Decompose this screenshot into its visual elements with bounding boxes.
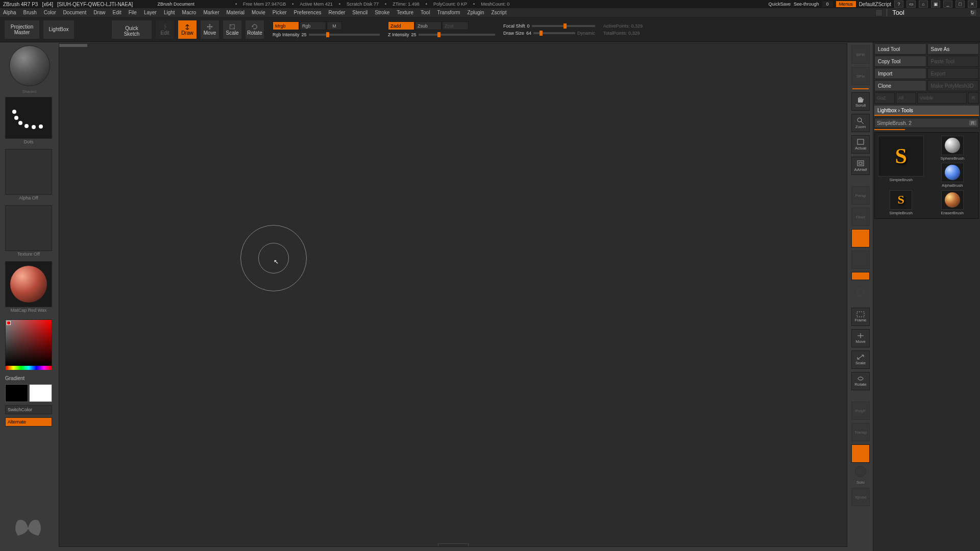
menu-edit[interactable]: Edit xyxy=(113,10,121,15)
bpr-button[interactable]: BPR xyxy=(851,45,870,64)
tool-eraserbrush[interactable]: EraserBrush xyxy=(929,190,976,216)
menu-material[interactable]: Material xyxy=(227,10,245,15)
tool-simplebrush-large[interactable]: S SimpleBrush xyxy=(878,136,924,188)
clone-button[interactable]: Clone xyxy=(874,80,926,91)
quick-sketch-button[interactable]: Quick Sketch xyxy=(111,20,152,39)
solo-button[interactable] xyxy=(855,466,866,477)
see-through-label[interactable]: See-through xyxy=(794,2,819,7)
draw-size-slider[interactable]: Draw Size 64 Dynamic xyxy=(503,31,595,36)
menu-alpha[interactable]: Alpha xyxy=(3,10,16,15)
paste-tool-button[interactable]: Paste Tool xyxy=(927,56,979,67)
menu-transform[interactable]: Transform xyxy=(437,10,460,15)
goz-button[interactable]: GoZ xyxy=(874,92,895,104)
aahalf-button[interactable]: AAHalf xyxy=(851,157,870,175)
export-button[interactable]: Export xyxy=(927,68,979,79)
primary-color-swatch[interactable] xyxy=(29,384,52,402)
mrgb-toggle[interactable]: Mrgb xyxy=(273,21,299,30)
texture-selector[interactable]: Texture Off xyxy=(5,205,52,251)
switch-color-button[interactable]: SwitchColor xyxy=(5,405,52,414)
quicksave-button[interactable]: QuickSave xyxy=(769,2,791,7)
rgb-toggle[interactable]: Rgb xyxy=(300,21,326,30)
spix-button[interactable]: SPix xyxy=(851,67,870,85)
lasso-indicator-top[interactable] xyxy=(851,251,870,269)
goz-visible-button[interactable]: Visible xyxy=(917,92,967,104)
m-toggle[interactable]: M xyxy=(327,21,342,30)
menu-draw[interactable]: Draw xyxy=(93,10,105,15)
menu-stencil[interactable]: Stencil xyxy=(352,10,368,15)
gradient-toggle[interactable]: Gradient xyxy=(5,375,54,381)
transp-button[interactable]: Transp xyxy=(851,423,870,441)
menu-light[interactable]: Light xyxy=(164,10,175,15)
default-script[interactable]: DefaultZScript xyxy=(859,2,891,7)
menu-preferences[interactable]: Preferences xyxy=(294,10,322,15)
tool-alphabrush[interactable]: AlphaBrush xyxy=(929,163,976,188)
local-button[interactable] xyxy=(851,229,870,247)
restore-icon[interactable]: ▣ xyxy=(931,1,940,8)
menu-document[interactable]: Document xyxy=(63,10,87,15)
actual-button[interactable]: Actual xyxy=(851,135,870,154)
menu-marker[interactable]: Marker xyxy=(203,10,219,15)
pin-icon[interactable] xyxy=(875,9,883,16)
draw-mode-button[interactable]: Draw xyxy=(178,20,197,39)
rotate-mode-button[interactable]: Rotate xyxy=(245,20,264,39)
undock-icon[interactable]: ↻ xyxy=(970,9,977,16)
dock-icon[interactable]: ▭ xyxy=(906,1,916,8)
r-badge[interactable]: R xyxy=(969,120,977,126)
lasso-button[interactable] xyxy=(851,272,870,280)
z-intensity-slider[interactable]: Z Intensity 25 xyxy=(388,32,495,37)
goz-r-button[interactable]: R xyxy=(968,92,979,104)
scroll-button[interactable]: Scroll xyxy=(851,92,870,111)
minimize-icon[interactable]: _ xyxy=(943,1,952,8)
zadd-toggle[interactable]: Zadd xyxy=(388,21,414,30)
brush-preview[interactable] xyxy=(9,45,50,86)
menus-toggle[interactable]: Menus xyxy=(836,1,856,7)
nav-scale-button[interactable]: Scale xyxy=(851,350,870,369)
nav-rotate-button[interactable]: Rotate xyxy=(851,372,870,390)
alternate-button[interactable]: Alternate xyxy=(5,417,52,427)
edit-mode-button[interactable]: Edit xyxy=(155,20,175,39)
dynamic-toggle[interactable]: Dynamic xyxy=(577,31,595,36)
menu-macro[interactable]: Macro xyxy=(182,10,197,15)
help-icon[interactable]: ? xyxy=(894,1,903,8)
hue-strip[interactable] xyxy=(6,366,52,370)
menu-layer[interactable]: Layer xyxy=(144,10,157,15)
nav-move-button[interactable]: Move xyxy=(851,329,870,347)
menu-tool[interactable]: Tool xyxy=(421,10,430,15)
secondary-color-swatch[interactable] xyxy=(5,384,28,402)
menu-zplugin[interactable]: Zplugin xyxy=(468,10,484,15)
focal-shift-slider[interactable]: Focal Shift 0 xyxy=(503,23,595,29)
lightbox-tools-header[interactable]: Lightbox › Tools xyxy=(874,106,979,116)
menu-render[interactable]: Render xyxy=(329,10,346,15)
tool-spherebrush[interactable]: SphereBrush xyxy=(929,136,976,161)
zoom-button[interactable]: Zoom xyxy=(851,114,870,132)
tool-simplebrush-small[interactable]: S SimpleBrush xyxy=(878,190,924,216)
tool-panel-header[interactable]: Tool xyxy=(887,9,904,16)
lightbox-button[interactable]: LightBox xyxy=(43,20,75,39)
see-through-value[interactable]: 0 xyxy=(822,1,833,7)
canvas-resize-handle[interactable] xyxy=(438,543,469,546)
projection-master-button[interactable]: Projection Master xyxy=(4,20,40,39)
polyf-button[interactable]: PolyF xyxy=(851,402,870,420)
current-tool-row[interactable]: SimpleBrush. 2 R xyxy=(874,118,979,128)
save-as-button[interactable]: Save As xyxy=(927,43,979,55)
load-tool-button[interactable]: Load Tool xyxy=(874,43,926,55)
menu-zscript[interactable]: Zscript xyxy=(491,10,506,15)
close-icon[interactable]: ✕ xyxy=(968,1,977,8)
color-picker[interactable] xyxy=(5,319,52,366)
menu-texture[interactable]: Texture xyxy=(397,10,413,15)
import-button[interactable]: Import xyxy=(874,68,926,79)
alpha-selector[interactable]: Alpha Off xyxy=(5,149,52,195)
menu-movie[interactable]: Movie xyxy=(252,10,265,15)
goz-all-button[interactable]: All xyxy=(896,92,916,104)
material-selector[interactable]: MatCap Red Wax xyxy=(5,261,52,307)
persp-button[interactable]: Persp xyxy=(851,186,870,205)
canvas[interactable]: ↖ xyxy=(59,43,847,547)
maximize-icon[interactable]: □ xyxy=(955,1,965,8)
frame-button[interactable]: Frame xyxy=(851,308,870,326)
floor-button[interactable]: Floor xyxy=(851,208,870,226)
home-icon[interactable]: ⌂ xyxy=(919,1,928,8)
menu-file[interactable]: File xyxy=(129,10,137,15)
move-mode-button[interactable]: Move xyxy=(200,20,219,39)
menu-stroke[interactable]: Stroke xyxy=(375,10,389,15)
copy-tool-button[interactable]: Copy Tool xyxy=(874,56,926,67)
